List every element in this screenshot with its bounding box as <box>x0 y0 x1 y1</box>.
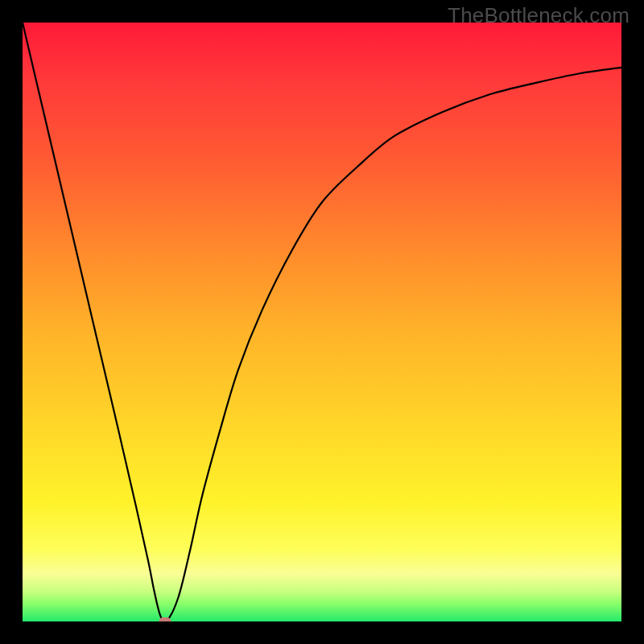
optimal-point-marker <box>159 617 171 621</box>
chart-frame: TheBottleneck.com <box>0 0 644 644</box>
watermark-text: TheBottleneck.com <box>448 3 630 28</box>
bottleneck-curve <box>23 23 621 621</box>
plot-area <box>23 23 621 621</box>
